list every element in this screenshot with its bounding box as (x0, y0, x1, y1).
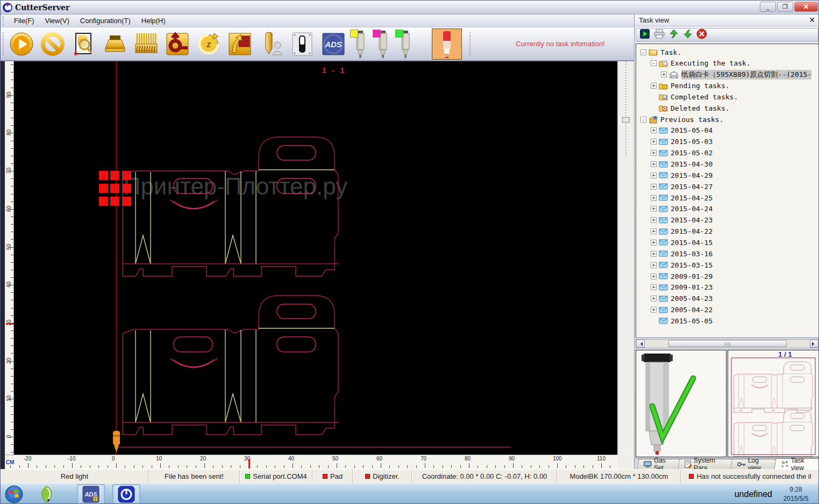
tree-item[interactable]: +2015-04-30 (651, 159, 713, 170)
active-pen-tool-button[interactable] (432, 28, 462, 60)
ads-app[interactable]: ADS (77, 484, 105, 504)
tree-expander[interactable]: + (651, 240, 657, 246)
tree-item[interactable]: -Task. (640, 47, 681, 57)
tree-item[interactable]: +纸袋白卡（595X889)原点切割--(2015- (661, 69, 811, 80)
comb-calibrate-button[interactable] (131, 28, 162, 60)
scroll-thumb[interactable]: |||| (668, 340, 787, 347)
tree-expander[interactable]: + (651, 296, 657, 301)
stop-button[interactable] (37, 28, 68, 60)
tree-expander[interactable]: + (651, 206, 657, 212)
paper-feed-button[interactable] (99, 28, 131, 60)
tree-expander[interactable]: + (651, 251, 657, 257)
status-segment: Coordinate: 0.00 * 0.00 C: -0.07, H: 0.0… (412, 470, 557, 483)
pen-tool-1-button[interactable] (349, 28, 372, 60)
run-task-button[interactable] (639, 28, 650, 41)
tree-item[interactable]: +2015-04-22 (651, 226, 713, 237)
menu-file[interactable]: File(F) (9, 15, 40, 26)
tree-expander[interactable]: - (640, 117, 646, 123)
tree-expander[interactable]: + (651, 273, 657, 279)
scroll-left-arrow[interactable] (636, 340, 645, 348)
tree-item[interactable]: Completed tasks. (651, 91, 738, 102)
tree-item[interactable]: +2015-05-02 (651, 148, 713, 159)
tree-item[interactable]: +2009-01-29 (651, 271, 713, 282)
restore-button[interactable]: ❐ (777, 2, 793, 12)
tree-expander[interactable]: + (651, 127, 657, 133)
minimize-button[interactable]: _ (760, 2, 776, 12)
tree-item[interactable]: +Pending tasks. (651, 81, 730, 91)
tree-expander[interactable]: + (651, 284, 657, 290)
tree-item[interactable]: +2015-04-24 (651, 204, 713, 214)
tree-item[interactable]: +2015-04-27 (651, 181, 713, 192)
tree-item[interactable]: +2005-04-23 (651, 293, 713, 304)
task-panel-close-icon[interactable]: ✕ (808, 16, 816, 24)
tab-system-para[interactable]: System Para (678, 459, 736, 469)
toolbar-grip-2[interactable] (469, 32, 471, 55)
menu-configuration[interactable]: Configuration(T) (75, 15, 136, 26)
toolbar-grip[interactable] (3, 32, 4, 55)
tree-item-label: 2015-04-27 (671, 183, 713, 191)
tree-item[interactable]: +2005-04-22 (651, 305, 713, 315)
move-down-button[interactable] (682, 28, 693, 41)
tree-expander[interactable]: + (651, 217, 657, 223)
tree-item[interactable]: +2015-04-25 (651, 192, 713, 203)
tab-task-view[interactable]: Task view (774, 458, 819, 469)
tree-expander[interactable]: + (651, 150, 657, 156)
reset-z-button[interactable]: z (193, 28, 224, 60)
drawing-canvas[interactable]: Принтер-Плоттер.ру 1 - 1 (14, 61, 617, 455)
pen-user-button[interactable] (255, 28, 287, 60)
zoom-slider-track[interactable] (625, 61, 626, 158)
tree-expander[interactable]: + (651, 83, 657, 89)
move-up-button[interactable] (668, 28, 679, 41)
tree-item[interactable]: +2015-05-04 (651, 125, 713, 136)
coreldraw-app[interactable] (38, 484, 55, 504)
pen-tool-2-button[interactable] (372, 28, 394, 60)
taskbar-clock[interactable]: 9:28 2015/5/5 (775, 485, 816, 503)
tree-item[interactable]: +2015-04-29 (651, 170, 713, 181)
start-button[interactable] (5, 484, 23, 504)
tree-item[interactable]: +2015-04-15 (651, 237, 713, 248)
scroll-right-arrow[interactable] (810, 340, 818, 348)
menu-help[interactable]: Help(H) (136, 15, 171, 26)
ads-button[interactable]: ADS (318, 28, 349, 60)
[object Object][interactable]: undefined (735, 489, 772, 499)
tree-item[interactable]: +2015-05-03 (651, 136, 713, 147)
pen-tool-3-button[interactable] (394, 28, 417, 60)
tree-expander[interactable]: + (651, 195, 657, 201)
mail-icon (659, 127, 668, 134)
tree-expander[interactable]: + (651, 172, 657, 178)
tree-item[interactable]: -Executing the task. (651, 58, 751, 69)
print-task-button[interactable] (653, 28, 665, 41)
tree-expander[interactable]: - (640, 49, 646, 55)
tree-expander[interactable]: + (651, 307, 657, 313)
tab-gas-set[interactable]: Gas Set (637, 459, 683, 469)
tree-item[interactable]: +2015-04-23 (651, 215, 713, 226)
tree-expander[interactable]: + (651, 262, 657, 268)
tree-item[interactable]: Deleted tasks. (651, 103, 730, 113)
tree-expander[interactable]: + (651, 228, 657, 234)
tree-item[interactable]: -Previous tasks. (640, 114, 723, 125)
delete-task-button[interactable] (696, 28, 707, 41)
status-text: Coordinate: 0.00 * 0.00 C: -0.07, H: 0.0… (422, 472, 547, 480)
tree-expander[interactable]: - (651, 60, 657, 66)
preview-button[interactable] (68, 28, 99, 60)
menu-grip[interactable] (3, 16, 6, 25)
tree-item[interactable]: +2015-03-15 (651, 260, 713, 270)
zoom-slider-handle[interactable] (622, 117, 630, 123)
tree-expander[interactable]: + (651, 139, 657, 145)
tree-expander[interactable]: + (651, 161, 657, 167)
close-button[interactable]: ✕ (794, 2, 818, 12)
grid-move-button[interactable] (224, 28, 255, 60)
start-button[interactable] (6, 28, 37, 60)
set-origin-button[interactable] (162, 28, 193, 60)
tree-item[interactable]: +2015-03-16 (651, 248, 713, 259)
tree-item[interactable]: +2009-01-23 (651, 282, 713, 293)
tree-horizontal-scrollbar[interactable]: |||| (636, 339, 819, 348)
tree-expander[interactable]: + (661, 71, 667, 77)
cutterserver-app[interactable] (112, 484, 140, 504)
vertical-ruler: 0102030405060708090 (5, 61, 14, 455)
tree-expander[interactable]: + (651, 184, 657, 190)
tab-log-view[interactable]: Log view (731, 459, 779, 469)
power-switch-button[interactable] (287, 28, 318, 60)
tree-item[interactable]: 2015-05-05 (651, 315, 713, 326)
menu-view[interactable]: View(V) (40, 15, 75, 26)
